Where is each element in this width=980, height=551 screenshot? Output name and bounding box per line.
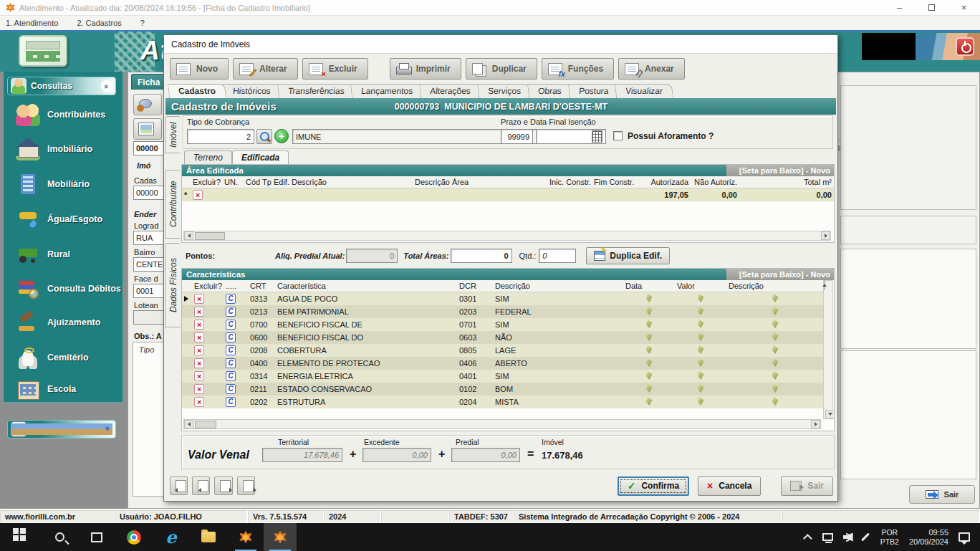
valor-note-icon[interactable]: [698, 320, 704, 328]
tab-terreno[interactable]: Terreno: [184, 150, 232, 164]
ficha-sair-button[interactable]: Sair: [909, 485, 975, 504]
characteristic-c-icon[interactable]: C: [226, 332, 236, 342]
valor-note-icon[interactable]: [698, 384, 704, 393]
aforamento-checkbox[interactable]: [613, 131, 623, 140]
characteristic-c-icon[interactable]: C: [226, 345, 236, 355]
tab-alteracoes[interactable]: Alterações: [419, 84, 481, 98]
sidebar-item-consulta-debitos[interactable]: Consulta Débitos: [16, 274, 121, 303]
table-row[interactable]: × C 0314 ENERGIA ELETRICA 0401 SIM: [182, 370, 824, 383]
tab-edificada[interactable]: Edificada: [232, 150, 289, 164]
valor-note-icon[interactable]: [698, 397, 704, 406]
delete-row-icon[interactable]: ×: [194, 397, 204, 407]
anexar-button[interactable]: Anexar: [618, 58, 685, 80]
valor-note-icon[interactable]: [698, 294, 704, 302]
codigo-field[interactable]: 00000: [133, 141, 166, 155]
characteristic-c-icon[interactable]: C: [226, 371, 236, 381]
tray-chevron-up-icon[interactable]: [803, 534, 812, 543]
sidebar-group-cadastros[interactable]: Cadastros «: [7, 420, 116, 439]
delete-row-icon[interactable]: ×: [194, 345, 204, 355]
data-note-icon[interactable]: [646, 320, 653, 328]
data-note-icon[interactable]: [646, 384, 653, 393]
scroll-right-button[interactable]: [821, 231, 830, 240]
photo-button[interactable]: [133, 118, 162, 140]
descricao-note-icon[interactable]: [772, 332, 779, 341]
data-final-input[interactable]: [536, 129, 606, 144]
sidebar-group-consultas[interactable]: Consultas «: [7, 77, 116, 95]
tab-visualizar[interactable]: Visualizar: [615, 84, 673, 98]
chrome-taskbar-button[interactable]: [117, 523, 150, 551]
data-note-icon[interactable]: [646, 397, 653, 406]
calendar-icon[interactable]: [592, 130, 602, 143]
novo-button[interactable]: Novo: [170, 58, 229, 80]
sidebar-item-contribuintes[interactable]: Contribuintes: [16, 100, 105, 129]
descricao-note-icon[interactable]: [772, 358, 779, 367]
bairro-field[interactable]: CENTE: [133, 257, 166, 272]
loteamento-field[interactable]: [133, 310, 166, 325]
valor-note-icon[interactable]: [698, 371, 704, 380]
cancela-button[interactable]: ×Cancela: [698, 476, 761, 496]
sidebar-item-escola[interactable]: Escola: [16, 375, 76, 403]
area-edificada-row[interactable]: * × 197,05 0,00 0,00: [182, 188, 834, 201]
delete-row-icon[interactable]: ×: [194, 320, 204, 330]
characteristic-c-icon[interactable]: C: [226, 384, 236, 394]
explorer-taskbar-button[interactable]: [192, 523, 225, 551]
sidebar-item-mobiliario[interactable]: Mobiliário: [16, 170, 90, 198]
tab-transferencias[interactable]: Transferências: [277, 84, 355, 98]
tab-servicos[interactable]: Serviços: [477, 84, 532, 98]
clock[interactable]: 09:5520/09/2024: [909, 528, 948, 547]
descricao-note-icon[interactable]: [772, 345, 779, 354]
excluir-button[interactable]: ×Excluir: [302, 58, 368, 80]
alterar-button[interactable]: Alterar: [233, 58, 298, 80]
cobranca-code-input[interactable]: 2: [187, 129, 254, 144]
characteristic-c-icon[interactable]: C: [226, 320, 236, 330]
valor-note-icon[interactable]: [698, 358, 704, 367]
collapse-chevron-up-icon[interactable]: «: [101, 80, 112, 92]
network-icon[interactable]: [822, 533, 833, 541]
qtd-field[interactable]: 0: [539, 249, 576, 263]
table-row[interactable]: × C 0211 ESTADO CONSERVACAO 0102 BOM: [182, 383, 824, 396]
tab-obras[interactable]: Obras: [527, 84, 572, 98]
cobranca-add-button[interactable]: +: [274, 129, 289, 143]
table-row[interactable]: × C 0313 AGUA DE POCO 0301 SIM: [182, 292, 824, 305]
table-row[interactable]: × C 0400 ELEMENTO DE PROTECAO 0406 ABERT…: [182, 357, 824, 370]
taskbar-search-button[interactable]: [43, 523, 76, 551]
prazo-input[interactable]: 99999: [501, 129, 533, 144]
sidebar-item-rural[interactable]: Rural: [16, 240, 70, 269]
caracteristicas-vscrollbar[interactable]: [823, 280, 833, 419]
fiorilli-app2-button[interactable]: [264, 523, 297, 551]
caracteristicas-hscrollbar[interactable]: [183, 419, 821, 429]
imprimir-button[interactable]: Imprimir: [390, 58, 461, 80]
logradouro-field[interactable]: RUA: [133, 231, 166, 245]
confirma-button[interactable]: ✓Confirma: [618, 476, 689, 496]
descricao-note-icon[interactable]: [772, 397, 779, 406]
cadastro-field[interactable]: 00000: [133, 186, 166, 200]
side-tab-dados-fisicos[interactable]: Dados Físicos: [165, 243, 181, 327]
descricao-note-icon[interactable]: [772, 371, 779, 380]
data-note-icon[interactable]: [646, 307, 653, 315]
delete-row-icon[interactable]: ×: [194, 332, 204, 342]
side-tab-contribuinte[interactable]: Contribuinte: [165, 170, 181, 239]
characteristic-c-icon[interactable]: C: [226, 397, 236, 407]
funcoes-button[interactable]: fxFunções: [542, 58, 614, 80]
tab-lancamentos[interactable]: Lançamentos: [350, 84, 423, 98]
power-button[interactable]: [956, 37, 974, 56]
nav-prev-button[interactable]: [192, 476, 210, 495]
data-note-icon[interactable]: [646, 345, 653, 354]
valor-note-icon[interactable]: [698, 332, 704, 341]
nav-last-button[interactable]: [237, 476, 255, 495]
nav-first-button[interactable]: [170, 476, 188, 495]
scroll-right-button[interactable]: [811, 420, 820, 428]
tab-historicos[interactable]: Históricos: [222, 84, 282, 98]
side-tab-imovel[interactable]: Imóvel: [165, 116, 181, 153]
area-edificada-hscrollbar[interactable]: [183, 231, 831, 241]
menu-cadastros[interactable]: 2. Cadastros: [77, 19, 121, 27]
volume-icon[interactable]: [843, 533, 850, 542]
minimize-button[interactable]: –: [883, 0, 916, 16]
scroll-up-button[interactable]: [824, 280, 825, 290]
sidebar-item-cemiterio[interactable]: Cemitério: [16, 343, 89, 372]
delete-row-icon[interactable]: ×: [194, 358, 204, 368]
descricao-note-icon[interactable]: [772, 384, 779, 393]
duplicar-button[interactable]: Duplicar: [466, 58, 537, 80]
table-row[interactable]: × C 0202 ESTRUTURA 0204 MISTA: [182, 396, 824, 408]
action-center-icon[interactable]: [959, 532, 970, 542]
